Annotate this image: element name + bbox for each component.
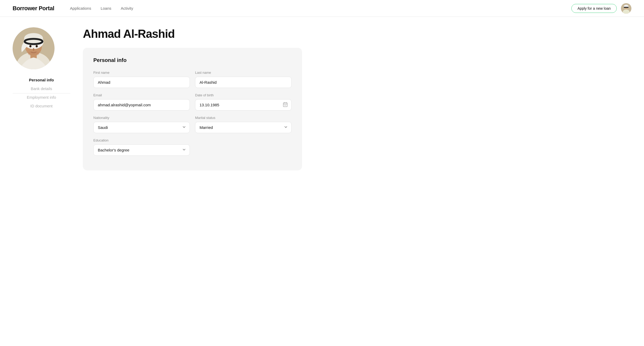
marital-status-select[interactable]: Married Single Divorced Widowed	[195, 122, 292, 133]
marital-status-group: Marital status Married Single Divorced W…	[195, 116, 292, 133]
nationality-group: Nationality Saudi Emirati Other	[93, 116, 190, 133]
last-name-group: Last name	[195, 71, 292, 88]
email-label: Email	[93, 93, 190, 97]
last-name-label: Last name	[195, 71, 292, 75]
sidebar-item-id-document[interactable]: ID document	[30, 103, 52, 109]
nationality-label: Nationality	[93, 116, 190, 120]
dob-group: Date of birth	[195, 93, 292, 111]
main-layout: Personal info Bank details Employment in…	[0, 17, 315, 181]
dob-label: Date of birth	[195, 93, 292, 97]
education-row: Education Bachelor's degree Master's deg…	[93, 138, 190, 156]
marital-status-select-wrapper: Married Single Divorced Widowed	[195, 122, 292, 133]
education-select-wrapper: Bachelor's degree Master's degree PhD Hi…	[93, 144, 190, 156]
dob-input[interactable]	[195, 99, 292, 111]
first-name-group: First name	[93, 71, 190, 88]
sidebar-avatar	[13, 27, 55, 69]
email-group: Email	[93, 93, 190, 111]
sidebar-item-bank-details[interactable]: Bank details	[31, 85, 52, 92]
name-row: First name Last name	[93, 71, 292, 88]
education-select[interactable]: Bachelor's degree Master's degree PhD Hi…	[93, 144, 190, 156]
sidebar-item-employment-info[interactable]: Employment info	[27, 94, 56, 101]
profile-name: Ahmad Al-Rashid	[83, 27, 302, 40]
sidebar: Personal info Bank details Employment in…	[13, 27, 70, 170]
first-name-input[interactable]	[93, 77, 190, 88]
user-avatar[interactable]	[621, 3, 631, 14]
brand-logo: Borrower Portal	[13, 5, 54, 12]
sidebar-navigation: Personal info Bank details Employment in…	[13, 77, 70, 93]
nationality-select[interactable]: Saudi Emirati Other	[93, 122, 190, 133]
main-content: Ahmad Al-Rashid Personal info First name…	[83, 27, 302, 170]
last-name-input[interactable]	[195, 77, 292, 88]
education-group: Education Bachelor's degree Master's deg…	[93, 138, 190, 156]
nav-link-loans[interactable]: Loans	[101, 6, 111, 11]
marital-status-label: Marital status	[195, 116, 292, 120]
dob-input-wrapper	[195, 99, 292, 111]
navbar: Borrower Portal Applications Loans Activ…	[0, 0, 644, 17]
nav-actions: Apply for a new loan	[571, 3, 631, 14]
first-name-label: First name	[93, 71, 190, 75]
svg-point-12	[29, 45, 31, 48]
personal-info-card: Personal info First name Last name Email	[83, 48, 302, 170]
nationality-marital-row: Nationality Saudi Emirati Other	[93, 116, 292, 133]
nav-link-activity[interactable]: Activity	[121, 6, 133, 11]
svg-point-14	[33, 48, 34, 51]
education-label: Education	[93, 138, 190, 142]
apply-new-loan-button[interactable]: Apply for a new loan	[571, 4, 617, 13]
nav-link-applications[interactable]: Applications	[70, 6, 91, 11]
nav-links: Applications Loans Activity	[70, 6, 571, 11]
email-dob-row: Email Date of birth	[93, 93, 292, 111]
email-input[interactable]	[93, 99, 190, 111]
svg-rect-3	[624, 7, 629, 8]
personal-info-title: Personal info	[93, 57, 292, 63]
svg-point-13	[36, 45, 38, 48]
sidebar-item-personal-info[interactable]: Personal info	[29, 77, 54, 83]
nationality-select-wrapper: Saudi Emirati Other	[93, 122, 190, 133]
